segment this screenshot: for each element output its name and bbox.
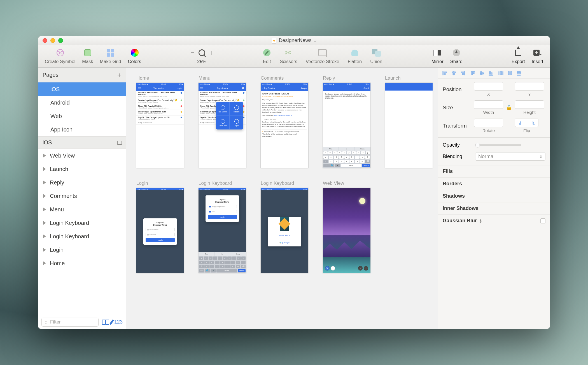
artboard[interactable]: ●●●○○ Sketch ⇆8:41 AM42% ■‹ SendDesigner…: [323, 83, 370, 168]
position-x-input[interactable]: [474, 82, 503, 91]
disclosure-triangle-icon[interactable]: [43, 248, 46, 252]
blur-checkbox[interactable]: [540, 218, 545, 223]
disclosure-triangle-icon[interactable]: [43, 221, 46, 225]
gaussian-blur-section[interactable]: Gaussian Blur ▲▼: [438, 215, 550, 227]
align-top-button[interactable]: [469, 70, 477, 77]
layer-label: Login: [50, 247, 64, 253]
page-item[interactable]: Web: [38, 109, 126, 123]
artboard-title[interactable]: Reply: [323, 75, 370, 81]
align-center-h-button[interactable]: [450, 70, 458, 77]
nav-bar: Top stories✕: [199, 85, 246, 91]
artboard-title[interactable]: Login Keyboard: [199, 181, 246, 186]
artboard[interactable]: [385, 83, 433, 168]
artboard[interactable]: ●●●○○ Sketch ⇆8:41 AM42% ■Top storiesLog…: [136, 83, 184, 168]
zoom-in-button[interactable]: +: [209, 48, 213, 57]
chevron-down-icon[interactable]: ⌵: [314, 38, 316, 43]
style-section-header[interactable]: Fills: [438, 165, 550, 178]
disclosure-triangle-icon[interactable]: [43, 261, 46, 265]
show-slices-button[interactable]: [109, 319, 114, 325]
artboard-title[interactable]: Launch: [385, 75, 433, 81]
style-section-header[interactable]: Shadows: [438, 190, 550, 202]
page-item[interactable]: iOS: [38, 82, 126, 96]
mask-button[interactable]: Mask: [82, 48, 93, 64]
create-symbol-button[interactable]: Create Symbol: [45, 48, 75, 64]
mask-label: Mask: [82, 59, 93, 64]
disclosure-triangle-icon[interactable]: [43, 154, 46, 158]
artboard-icon[interactable]: [117, 141, 122, 145]
rotate-input[interactable]: [474, 119, 503, 127]
width-input[interactable]: [474, 100, 503, 109]
align-bottom-button[interactable]: [487, 70, 495, 77]
flip-vertical-button[interactable]: [527, 119, 538, 127]
colors-button[interactable]: Colors: [128, 48, 141, 64]
scissors-button[interactable]: ✄Scissors: [280, 48, 297, 64]
layer-item[interactable]: Login Keyboard: [38, 230, 126, 243]
layer-item[interactable]: Home: [38, 257, 126, 270]
page-item[interactable]: App Icon: [38, 123, 126, 136]
select-arrows-icon: ▲▼: [479, 219, 482, 223]
disclosure-triangle-icon[interactable]: [43, 167, 46, 171]
style-section-header[interactable]: Borders: [438, 178, 550, 190]
add-page-button[interactable]: ＋: [116, 70, 123, 79]
artboard-title[interactable]: Menu: [199, 75, 246, 81]
app-window: DesignerNews ⌵ Create Symbol Mask Make G…: [38, 36, 550, 329]
mirror-label: Mirror: [431, 59, 444, 64]
layer-item[interactable]: Web View: [38, 149, 126, 162]
artboard[interactable]: ●●●○○ Sketch ⇆8:41 AM42% ■‹ Top StoriesL…: [261, 83, 308, 168]
canvas[interactable]: Home●●●○○ Sketch ⇆8:41 AM42% ■Top storie…: [126, 68, 438, 329]
export-button[interactable]: Export: [512, 48, 525, 64]
disclosure-triangle-icon[interactable]: [43, 181, 46, 184]
artboard-title[interactable]: Comments: [261, 75, 308, 81]
layer-item[interactable]: Menu: [38, 203, 126, 216]
artboard-title[interactable]: Home: [136, 75, 184, 81]
artboard-title[interactable]: Login: [136, 181, 184, 186]
edit-button[interactable]: Edit: [262, 48, 271, 64]
svg-rect-15: [489, 75, 493, 75]
artboard-title[interactable]: Web View: [323, 181, 370, 186]
position-y-input[interactable]: [515, 82, 544, 91]
lock-proportions-button[interactable]: 🔓: [507, 105, 512, 110]
artboard[interactable]: ●●●○○ Sketch ⇆8:41 AM42% ■Log in toDesig…: [199, 188, 246, 273]
zoom-out-button[interactable]: −: [190, 48, 195, 57]
disclosure-triangle-icon[interactable]: [43, 234, 46, 238]
distribute-h-button[interactable]: [497, 70, 505, 77]
distribute-v-button[interactable]: [515, 70, 523, 77]
layer-item[interactable]: Login: [38, 243, 126, 257]
share-button[interactable]: Share: [450, 48, 463, 64]
page-item[interactable]: Android: [38, 96, 126, 109]
disclosure-triangle-icon[interactable]: [43, 207, 46, 211]
disclosure-triangle-icon[interactable]: [43, 194, 46, 198]
opacity-slider[interactable]: [475, 144, 521, 146]
artboard[interactable]: ●●●○○ Sketch ⇆8:41 AM42% ■Log in toDesig…: [136, 188, 184, 273]
artboard-title[interactable]: Login Keyboard: [261, 181, 308, 186]
svg-rect-13: [480, 71, 482, 75]
union-button[interactable]: Union: [370, 48, 382, 64]
artboard[interactable]: ✕‹›: [323, 188, 370, 273]
filter-input[interactable]: ⌕ Filter: [41, 318, 99, 327]
artboard[interactable]: ●●●○○ Sketch ⇆8:41 AM42% ■Top stories✕Sk…: [199, 83, 246, 168]
flatten-button[interactable]: Flatten: [348, 48, 362, 64]
magnifier-icon[interactable]: [199, 49, 205, 56]
height-input[interactable]: [515, 100, 544, 109]
artboard[interactable]: ●●●○○ Sketch ⇆8:41 AM42% ■Learn iOS 9🐦 @…: [261, 188, 308, 273]
layer-item[interactable]: Launch: [38, 162, 126, 176]
distribute-spacing-h-button[interactable]: [506, 70, 514, 77]
keyboard: TheIsGreatqwertyuiopasdfghjkl⇧zxcvbnm⌫12…: [323, 147, 370, 168]
flip-horizontal-button[interactable]: [515, 119, 527, 127]
layer-item[interactable]: Comments: [38, 189, 126, 203]
align-center-v-button[interactable]: [478, 70, 486, 77]
slider-knob[interactable]: [475, 143, 480, 147]
make-grid-button[interactable]: Make Grid: [100, 48, 121, 64]
mirror-button[interactable]: Mirror: [431, 48, 444, 64]
show-symbols-button[interactable]: [102, 320, 109, 325]
align-right-button[interactable]: [459, 70, 467, 77]
blending-select[interactable]: Normal ▲▼: [475, 152, 545, 161]
style-section-header[interactable]: Inner Shadows: [438, 202, 550, 215]
layer-item[interactable]: Reply: [38, 176, 126, 189]
opacity-input[interactable]: [526, 141, 545, 149]
vectorize-stroke-button[interactable]: Vectorize Stroke: [306, 48, 339, 64]
svg-rect-8: [462, 73, 464, 75]
align-left-button[interactable]: [441, 70, 449, 77]
insert-button[interactable]: +▾Insert: [532, 48, 543, 64]
layer-item[interactable]: Login Keyboard: [38, 216, 126, 230]
